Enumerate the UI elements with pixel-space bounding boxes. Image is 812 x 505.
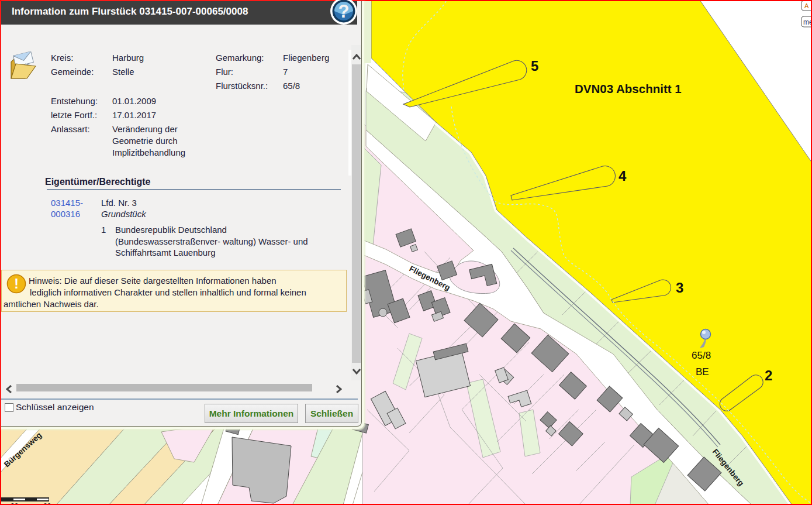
svg-text:?: ?: [338, 1, 350, 22]
svg-text:me: me: [803, 18, 812, 26]
svg-text:!: !: [14, 276, 19, 291]
svg-text:DVN03 Abschnitt 1: DVN03 Abschnitt 1: [575, 82, 682, 95]
svg-text:3: 3: [676, 280, 683, 296]
svg-text:BE: BE: [696, 366, 709, 377]
svg-text:5: 5: [531, 58, 538, 74]
svg-text:2: 2: [765, 367, 772, 383]
svg-text:65/8: 65/8: [692, 350, 711, 361]
svg-text:4: 4: [618, 168, 627, 184]
svg-text:A: A: [804, 2, 809, 9]
